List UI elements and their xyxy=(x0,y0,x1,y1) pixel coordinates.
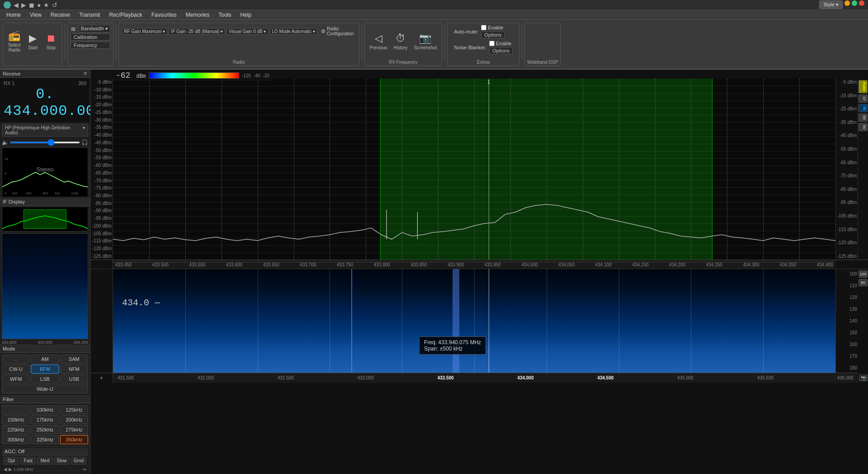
noise-blanker-enable-row[interactable]: Enable xyxy=(489,41,513,46)
screenshot-button[interactable]: 📷 Screenshot xyxy=(412,31,439,52)
volume-slider[interactable] xyxy=(10,142,80,143)
filter-btn-100[interactable]: 100kHz xyxy=(31,405,59,414)
mode-btn-cwu[interactable]: CW-U xyxy=(2,365,30,374)
menu-home[interactable]: Home xyxy=(2,11,25,19)
agc-slow-btn[interactable]: Slow xyxy=(54,457,70,465)
agc-arrow-left[interactable]: ◀ xyxy=(4,467,7,472)
filter-btn-200[interactable]: 200kHz xyxy=(60,415,88,424)
filter-btn-325[interactable]: 325kHz xyxy=(31,435,59,444)
if-gain-dropdown[interactable]: IF Gain -35 dB (Manual) ▾ xyxy=(169,28,225,35)
calibration-button[interactable]: Calibration xyxy=(71,33,110,41)
bandwidth-row: ≋ Bandwidth ▾ xyxy=(71,25,110,33)
svg-text:0: 0 xyxy=(5,171,6,175)
right-area: -62 dBm -120 -40 -20 -5 dBm -10 dBm -15 … xyxy=(90,70,868,474)
filter-btn-225[interactable]: 225kHz xyxy=(2,425,30,434)
side-btn-47[interactable]: 47 xyxy=(859,95,868,103)
spectrum-main[interactable]: 1 xyxy=(113,79,835,260)
menu-receive[interactable]: Receive xyxy=(46,11,75,19)
mode-btn-wideu[interactable]: Wide-U xyxy=(2,384,88,393)
side-btn-90[interactable]: 90 xyxy=(859,123,868,131)
filter-btn-150[interactable]: 150kHz xyxy=(2,415,30,424)
waterfall-freq-value: 434.0 xyxy=(122,297,149,308)
colormap-min: -120 xyxy=(242,73,251,78)
menu-tools[interactable]: Tools xyxy=(214,11,236,19)
agc-fast-btn[interactable]: Fast xyxy=(20,457,36,465)
filter-btn-275[interactable]: 275kHz xyxy=(60,425,88,434)
auto-mute-checkbox[interactable] xyxy=(481,25,486,30)
radio-icon: 📻 xyxy=(8,30,20,42)
bfs-plus-btn[interactable]: + xyxy=(100,375,103,381)
filter-btn-175[interactable]: 175kHz xyxy=(31,415,59,424)
auto-mute-enable-row[interactable]: Enable xyxy=(481,25,505,30)
mode-btn-bfm[interactable]: BFM xyxy=(31,365,59,374)
noise-blanker-options-button[interactable]: Options xyxy=(489,47,513,54)
wdb-120: 120 xyxy=(837,295,857,300)
previous-button[interactable]: ◁ Previous xyxy=(368,31,390,52)
wf-side-btn-2[interactable]: 90 xyxy=(859,279,868,286)
select-radio-button[interactable]: 📻 SelectRadio xyxy=(6,28,23,54)
filter-title: Filter xyxy=(3,397,14,402)
agc-section: AGC: Off Opt Fast Med Slow Grnd ◀ ▶ 1.00… xyxy=(0,446,90,474)
separator-4 xyxy=(444,24,445,60)
minimize-button[interactable] xyxy=(844,0,850,6)
rx-offset: 350 xyxy=(78,81,86,86)
filter-btn-350[interactable]: 350kHz xyxy=(60,435,88,444)
frequency-button[interactable]: Frequency xyxy=(71,42,110,49)
menubar: Home View Receive Transmit Rec/Playback … xyxy=(0,10,868,20)
menu-transmit[interactable]: Transmit xyxy=(75,11,104,19)
menu-view[interactable]: View xyxy=(25,11,46,19)
bfs-right: 📷 x5 ▾ + - xyxy=(858,372,868,384)
svg-text:200: 200 xyxy=(26,191,31,195)
stop-button[interactable]: ⏹ Stop xyxy=(43,31,59,52)
rf-gain-dropdown[interactable]: RF Gain Maximum ▾ xyxy=(122,28,167,35)
noise-blanker-checkbox[interactable] xyxy=(489,41,495,46)
waterfall-main[interactable]: 434.0 — Freq: 433.940.075 MHz Span: ±500… xyxy=(113,269,835,373)
side-btn-80[interactable]: 80 xyxy=(859,114,868,122)
mode-btn-usb[interactable]: USB xyxy=(60,374,88,384)
screenshot-wf-btn[interactable]: 📷 xyxy=(859,374,868,381)
agc-scroll[interactable]: ⇔ xyxy=(83,467,86,472)
waterfall-side-buttons: 100 90 xyxy=(858,269,868,373)
rx-freq-buttons: ◁ Previous ⏱ History 📷 Screenshot xyxy=(368,25,439,57)
filter-btn-125[interactable]: 125kHz xyxy=(60,405,88,414)
agc-med-btn[interactable]: Med xyxy=(37,457,52,465)
audio-device-selector[interactable]: HP (Périphérique High Definition Audio) … xyxy=(2,124,88,137)
rx-frequency[interactable]: 0. 434.000.000 xyxy=(4,86,86,119)
start-button[interactable]: ▶ Start xyxy=(25,31,41,52)
db-label-95: -95 dBm xyxy=(91,216,112,221)
menu-help[interactable]: Help xyxy=(236,11,256,19)
agc-grnd-btn[interactable]: Grnd xyxy=(71,457,86,465)
radio-config-button[interactable]: ⚙ Radio Configuration xyxy=(319,25,356,38)
mode-btn-wfm[interactable]: WFM xyxy=(2,374,30,384)
lo-mode-dropdown[interactable]: LO Mode Automatic ▾ xyxy=(270,28,318,35)
history-button[interactable]: ⏱ History xyxy=(392,31,410,52)
toolbar-rx-freq-group: ◁ Previous ⏱ History 📷 Screenshot RX Fre… xyxy=(364,23,443,66)
wdb-150: 150 xyxy=(837,330,857,335)
mode-btn-am[interactable]: AM xyxy=(31,355,59,364)
filter-btn-250[interactable]: 250kHz xyxy=(31,425,59,434)
filter-btn-dots[interactable]: ... xyxy=(2,405,30,414)
menu-recplayback[interactable]: Rec/Playback xyxy=(104,11,146,19)
rdb-35: -35 dBm xyxy=(837,120,857,125)
style-button[interactable]: Style ▾ xyxy=(819,0,843,9)
menu-memories[interactable]: Memories xyxy=(181,11,214,19)
mode-btn-nfm[interactable]: NFM xyxy=(60,365,88,374)
rdb-65: -65 dBm xyxy=(837,160,857,165)
auto-button[interactable]: Auto xyxy=(859,80,868,93)
side-btn-70[interactable]: 70 xyxy=(859,104,868,112)
wf-side-btn-1[interactable]: 100 xyxy=(859,270,868,278)
mode-btn-sam[interactable]: SAM xyxy=(60,355,88,364)
maximize-button[interactable] xyxy=(852,0,857,6)
mode-btn-lsb[interactable]: LSB xyxy=(31,374,59,384)
visual-gain-dropdown[interactable]: Visual Gain 0 dB ▾ xyxy=(226,28,268,35)
close-button[interactable] xyxy=(859,0,864,6)
agc-opt-btn[interactable]: Opt xyxy=(4,457,19,465)
rdb-5: -5 dBm xyxy=(837,80,857,85)
filter-btn-300[interactable]: 300kHz xyxy=(2,435,30,444)
receive-close-icon[interactable]: ✕ xyxy=(83,71,87,76)
agc-arrow-right[interactable]: ▶ xyxy=(9,467,12,472)
bandwidth-dropdown[interactable]: Bandwidth ▾ xyxy=(79,25,110,33)
auto-mute-options-button[interactable]: Options xyxy=(481,31,505,38)
mode-btn-dots[interactable]: ... xyxy=(2,355,30,364)
menu-favourites[interactable]: Favourites xyxy=(147,11,181,19)
